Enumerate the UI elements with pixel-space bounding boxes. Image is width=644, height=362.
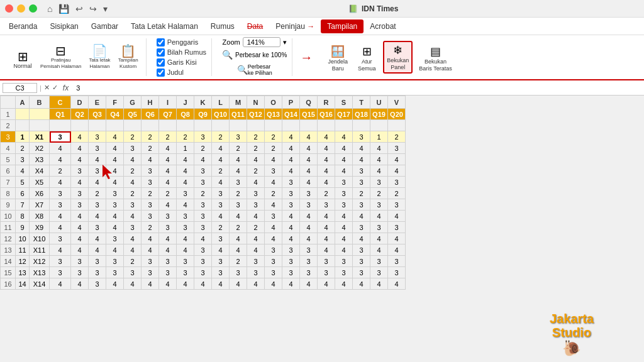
cell-q16[interactable]: 4 [300,278,318,290]
cell-l11[interactable]: 2 [212,222,230,233]
cell-s4[interactable]: 4 [335,143,353,154]
cell-t12[interactable]: 4 [353,233,370,244]
cell-s11[interactable]: 4 [335,222,353,233]
cell-t15[interactable]: 3 [353,267,370,278]
cell-a11[interactable]: 9 [16,222,30,233]
cell-r4[interactable]: 4 [318,143,335,154]
cell-p4[interactable]: 4 [282,143,300,154]
cell-e2[interactable] [89,120,106,131]
cell-s1[interactable]: Q17 [335,109,353,120]
garis-kisi-checkbox[interactable] [157,58,165,67]
cell-m6[interactable]: 4 [230,165,247,177]
menu-peninjau[interactable]: Peninjau → [269,19,321,33]
formula-input[interactable] [74,84,641,92]
cell-b1[interactable] [30,109,50,120]
cell-t16[interactable]: 4 [353,278,370,290]
confirm-formula-icon[interactable]: ✓ [52,84,58,92]
cell-e6[interactable]: 3 [89,165,106,177]
menu-sisipkan[interactable]: Sisipkan [43,19,84,33]
cell-d11[interactable]: 4 [71,222,89,233]
cell-v5[interactable]: 4 [388,154,406,165]
cell-e3[interactable]: 3 [89,131,106,143]
cell-d7[interactable]: 4 [71,177,89,188]
col-header-n[interactable]: N [247,96,265,109]
cell-f9[interactable]: 3 [106,199,124,211]
cell-u5[interactable]: 4 [370,154,388,165]
cell-c5[interactable]: 4 [50,154,71,165]
cell-k15[interactable]: 3 [194,267,212,278]
cell-a7[interactable]: 5 [16,177,30,188]
cell-n10[interactable]: 4 [247,211,265,222]
cell-d6[interactable]: 3 [71,165,89,177]
col-header-o[interactable]: O [265,96,282,109]
cell-r5[interactable]: 4 [318,154,335,165]
row-num-12[interactable]: 12 [1,233,16,244]
cell-c9[interactable]: 3 [50,199,71,211]
cell-r8[interactable]: 2 [318,188,335,199]
bilah-rumus-checkbox[interactable] [157,48,165,57]
cell-d3[interactable]: 4 [71,131,89,143]
cell-a3[interactable]: 1 [16,131,30,143]
cell-b16[interactable]: X14 [30,278,50,290]
cell-m1[interactable]: Q11 [230,109,247,120]
cell-q1[interactable]: Q15 [300,109,318,120]
cell-f8[interactable]: 3 [106,188,124,199]
cell-j14[interactable]: 3 [177,256,194,267]
col-header-e[interactable]: E [89,96,106,109]
cell-e15[interactable]: 3 [89,267,106,278]
cell-q10[interactable]: 4 [300,211,318,222]
cell-k12[interactable]: 4 [194,233,212,244]
row-num-2[interactable]: 2 [1,120,16,131]
cell-k6[interactable]: 3 [194,165,212,177]
cell-g3[interactable]: 2 [124,131,142,143]
cell-o14[interactable]: 3 [265,256,282,267]
cell-i9[interactable]: 4 [159,199,177,211]
cell-p9[interactable]: 3 [282,199,300,211]
cell-o7[interactable]: 4 [265,177,282,188]
cell-j13[interactable]: 4 [177,244,194,256]
cell-u1[interactable]: Q19 [370,109,388,120]
minimize-button[interactable] [17,4,25,13]
cell-j7[interactable]: 4 [177,177,194,188]
cell-b7[interactable]: X5 [30,177,50,188]
cell-d1[interactable]: Q2 [71,109,89,120]
col-header-t[interactable]: T [353,96,370,109]
row-num-9[interactable]: 9 [1,199,16,211]
cell-c1[interactable]: Q1 [50,109,71,120]
menu-rumus[interactable]: Rumus [204,19,241,33]
cell-d15[interactable]: 3 [71,267,89,278]
cell-p16[interactable]: 4 [282,278,300,290]
cell-j16[interactable]: 4 [177,278,194,290]
cell-e12[interactable]: 4 [89,233,106,244]
cell-q3[interactable]: 4 [300,131,318,143]
cell-i3[interactable]: 2 [159,131,177,143]
cell-m7[interactable]: 3 [230,177,247,188]
cell-p3[interactable]: 4 [282,131,300,143]
cell-e13[interactable]: 4 [89,244,106,256]
cell-i15[interactable]: 3 [159,267,177,278]
cell-u12[interactable]: 4 [370,233,388,244]
cell-a5[interactable]: 3 [16,154,30,165]
cell-p6[interactable]: 4 [282,165,300,177]
cell-c15[interactable]: 3 [50,267,71,278]
cell-p13[interactable]: 3 [282,244,300,256]
cell-q14[interactable]: 3 [300,256,318,267]
cell-n11[interactable]: 2 [247,222,265,233]
cell-i2[interactable] [159,120,177,131]
col-header-m[interactable]: M [230,96,247,109]
cell-r9[interactable]: 3 [318,199,335,211]
cell-v6[interactable]: 4 [388,165,406,177]
cell-g9[interactable]: 3 [124,199,142,211]
cell-r7[interactable]: 4 [318,177,335,188]
cell-a16[interactable]: 14 [16,278,30,290]
close-button[interactable] [5,4,13,13]
cell-q2[interactable] [300,120,318,131]
cell-i8[interactable]: 2 [159,188,177,199]
cell-g2[interactable] [124,120,142,131]
cell-f13[interactable]: 4 [106,244,124,256]
cell-u16[interactable]: 4 [370,278,388,290]
cell-e9[interactable]: 3 [89,199,106,211]
cell-d14[interactable]: 3 [71,256,89,267]
tampilan-kustom-button[interactable]: 📋 TampilanKustom [116,43,141,70]
cell-c3-selected[interactable]: 3 [50,131,71,143]
